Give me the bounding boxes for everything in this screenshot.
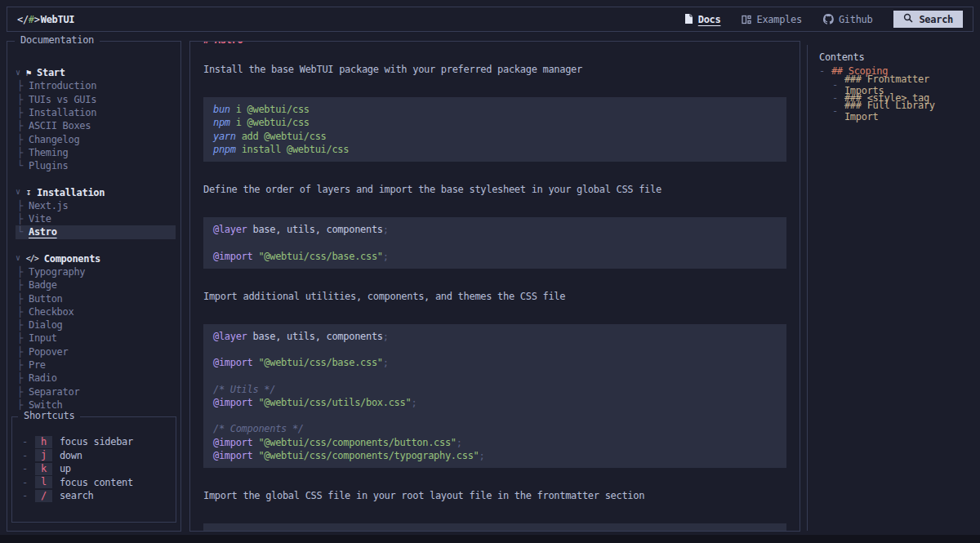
- code-line: [213, 527, 777, 532]
- tree-branch-glyph: ├: [17, 399, 29, 411]
- sidebar-item-label: Badge: [29, 279, 57, 291]
- sidebar-section-header-start[interactable]: ∨⚑Start: [16, 66, 176, 79]
- dash-glyph: -: [22, 463, 28, 474]
- bottom-strip: [0, 535, 980, 543]
- magnifier-icon: [903, 13, 913, 25]
- sidebar-section-header-installation[interactable]: ∨↧Installation: [16, 185, 176, 198]
- tree-branch-glyph: ├: [17, 279, 29, 291]
- sidebar-item-installation[interactable]: ├Installation: [16, 106, 176, 119]
- logo-bracket-open: </: [17, 14, 29, 25]
- tree-branch-glyph: └: [17, 226, 29, 238]
- code-line: @import "@webtui/css/base.css";: [213, 356, 777, 369]
- code-line: [213, 409, 777, 422]
- sidebar-item-input[interactable]: ├Input: [16, 332, 176, 345]
- sidebar-item-pre[interactable]: ├Pre: [16, 358, 176, 372]
- shortcut-key: l: [35, 476, 52, 488]
- shortcut-description: focus content: [60, 477, 133, 488]
- chevron-down-icon: ∨: [16, 187, 20, 196]
- dash-glyph: -: [832, 105, 838, 117]
- sidebar-item-label: Input: [29, 332, 57, 344]
- paragraph: Install the base WebTUI package with you…: [203, 63, 786, 76]
- code-line: @import "@webtui/css/utils/box.css";: [213, 396, 777, 409]
- nav-github[interactable]: Github: [823, 14, 873, 25]
- code-block[interactable]: bun i @webtui/cssnpm i @webtui/cssyarn a…: [203, 97, 786, 162]
- shortcut-search: -/search: [22, 489, 176, 503]
- sidebar-item-astro[interactable]: └Astro: [16, 225, 176, 238]
- shortcut-key: h: [35, 436, 52, 448]
- sidebar-item-label: Typography: [29, 266, 85, 278]
- dash-glyph: -: [832, 79, 838, 91]
- tree-branch-glyph: ├: [17, 120, 29, 131]
- download-icon: ↧: [26, 187, 31, 198]
- sidebar-item-label: Radio: [29, 372, 57, 384]
- tree-branch-glyph: ├: [17, 80, 29, 91]
- nav-docs-label: Docs: [698, 14, 721, 25]
- webtui-logo[interactable]: </#>WebTUI: [17, 14, 74, 25]
- search-button[interactable]: Search: [893, 11, 963, 28]
- sidebar-item-theming[interactable]: ├Theming: [16, 146, 176, 159]
- sidebar-section-title: Installation: [37, 187, 105, 198]
- nav-examples[interactable]: Examples: [742, 14, 801, 25]
- shortcut-up: -kup: [22, 462, 176, 476]
- sidebar-tree: ∨⚑Start├Introduction├TUIs vs GUIs├Instal…: [7, 42, 180, 412]
- sidebar-item-plugins[interactable]: └Plugins: [16, 159, 176, 172]
- paragraph: Define the order of layers and import th…: [203, 183, 786, 196]
- sidebar-item-badge[interactable]: ├Badge: [16, 278, 176, 292]
- sidebar-item-typography[interactable]: ├Typography: [16, 265, 176, 278]
- tree-branch-glyph: ├: [17, 319, 29, 331]
- sidebar-item-introduction[interactable]: ├Introduction: [16, 79, 176, 92]
- sidebar-item-separator[interactable]: ├Separator: [16, 385, 176, 398]
- dash-glyph: -: [22, 436, 28, 447]
- github-icon: [823, 14, 834, 24]
- shortcut-description: up: [60, 463, 71, 474]
- nav-docs[interactable]: Docs: [684, 14, 721, 25]
- sidebar-item-label: TUIs vs GUIs: [29, 94, 96, 105]
- sidebar-section-start: ∨⚑Start├Introduction├TUIs vs GUIs├Instal…: [16, 66, 176, 172]
- toc-item-frontmatter-imports[interactable]: -### Frontmatter Imports: [819, 78, 973, 91]
- code-block[interactable]: @layer base, utils, components; @import …: [203, 217, 786, 269]
- main-content: # Astro Install the base WebTUI package …: [189, 41, 800, 532]
- shortcuts-box: Shortcuts -hfocus sidebar-jdown-kup-lfoc…: [11, 416, 176, 523]
- shortcut-key: k: [35, 463, 52, 475]
- logo-hash: #: [29, 14, 34, 25]
- sidebar-section-header-components[interactable]: ∨</>Components: [16, 252, 176, 265]
- code-line: /* Components */: [213, 422, 777, 435]
- shortcut-key: j: [35, 449, 52, 461]
- sidebar-item-dialog[interactable]: ├Dialog: [16, 318, 176, 332]
- sidebar-section-components: ∨</>Components├Typography├Badge├Button├C…: [16, 252, 176, 412]
- tree-branch-glyph: ├: [17, 293, 29, 305]
- sidebar-item-button[interactable]: ├Button: [16, 292, 176, 305]
- toc-item-label: ### Full Library Import: [844, 100, 973, 122]
- sidebar-item-changelog[interactable]: ├Changelog: [16, 132, 176, 145]
- sidebar-item-label: Popover: [29, 346, 68, 358]
- shortcut-down: -jdown: [22, 449, 176, 463]
- sidebar-item-radio[interactable]: ├Radio: [16, 372, 176, 385]
- sidebar-item-label: Switch: [29, 399, 63, 411]
- contents-list: -## Scoping-### Frontmatter Imports-### …: [819, 65, 973, 118]
- shortcut-description: search: [60, 490, 94, 501]
- sidebar-item-popover[interactable]: ├Popover: [16, 345, 176, 358]
- tree-branch-glyph: ├: [17, 386, 29, 398]
- sidebar-item-label: Dialog: [29, 319, 63, 331]
- chevron-down-icon: ∨: [16, 253, 20, 262]
- toc-item-full-library-import[interactable]: -### Full Library Import: [819, 105, 973, 118]
- blocks-icon: [742, 15, 751, 24]
- shortcuts-legend: Shortcuts: [18, 410, 80, 421]
- sidebar-item-ascii-boxes[interactable]: ├ASCII Boxes: [16, 119, 176, 132]
- sidebar-item-label: Separator: [29, 386, 79, 398]
- sidebar-item-vite[interactable]: ├Vite: [16, 212, 176, 225]
- code-line: npm i @webtui/css: [213, 116, 777, 129]
- code-block[interactable]: [203, 523, 786, 532]
- tree-branch-glyph: ├: [17, 107, 29, 118]
- sidebar-section-title: Start: [37, 67, 65, 78]
- sidebar-item-next-js[interactable]: ├Next.js: [16, 199, 176, 212]
- sidebar-item-tuis-vs-guis[interactable]: ├TUIs vs GUIs: [16, 93, 176, 106]
- sidebar-item-label: Pre: [29, 359, 46, 371]
- sidebar-item-checkbox[interactable]: ├Checkbox: [16, 305, 176, 318]
- code-block[interactable]: @layer base, utils, components; @import …: [203, 324, 786, 468]
- tree-branch-glyph: ├: [17, 200, 29, 211]
- logo-bracket-close: >: [34, 14, 40, 25]
- shortcut-list: -hfocus sidebar-jdown-kup-lfocus content…: [12, 417, 176, 503]
- shortcut-key: /: [35, 490, 52, 502]
- nav-examples-label: Examples: [756, 14, 801, 25]
